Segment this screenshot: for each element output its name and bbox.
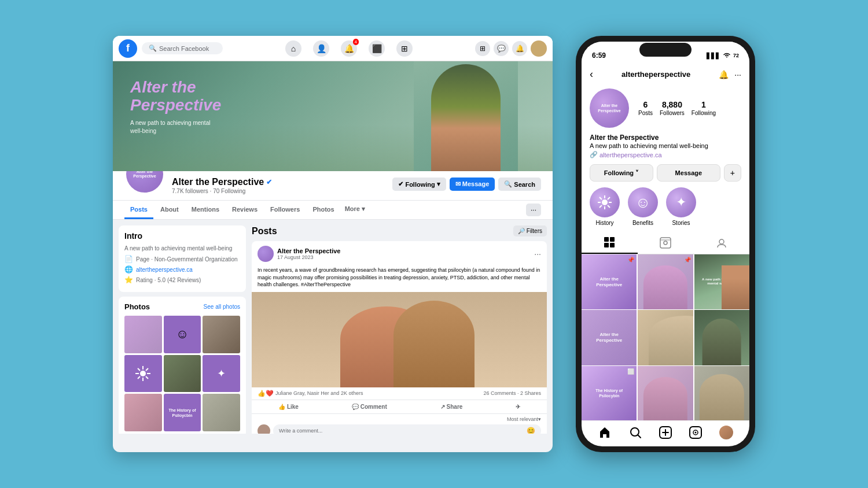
- ig-photo-grid: 📌 Alter thePerspective 📌 A new path to a…: [582, 254, 749, 420]
- notification-bell-icon[interactable]: 🔔: [719, 70, 729, 79]
- photo-cell-4[interactable]: [124, 355, 162, 393]
- ig-nav-search[interactable]: [620, 426, 650, 439]
- search-button[interactable]: 🔍 Search: [498, 178, 541, 191]
- posts-stat: 6 Posts: [638, 100, 653, 116]
- see-all-photos[interactable]: See all photos: [204, 304, 240, 310]
- highlight-stories-label: Stories: [672, 220, 690, 226]
- ig-profile-section: Alter thePerspective 6 Posts 8,880 Follo…: [582, 84, 749, 164]
- ig-highlights: History ☺ Benefits ✦ Stories: [582, 187, 749, 232]
- share-button[interactable]: ↗ Share: [436, 401, 468, 412]
- bell-icon[interactable]: 🔔: [512, 41, 527, 56]
- tab-posts[interactable]: Posts: [124, 201, 153, 219]
- photo-cell-6[interactable]: ✦: [203, 355, 240, 393]
- grid-item-9[interactable]: [694, 366, 749, 420]
- grid-text-1: Alter thePerspective: [584, 273, 634, 290]
- grid-item-7[interactable]: ⬜ The History of Psilocybin: [582, 366, 637, 420]
- ig-profile-avatar: Alter thePerspective: [590, 88, 629, 128]
- ig-message-button[interactable]: Message: [657, 164, 720, 182]
- post-header: Alter the Perspective 17 August 2023 ···: [252, 241, 547, 264]
- reactions-left: 👍 ❤️ Juliane Gray, Nasir Her and 2K othe…: [258, 390, 363, 397]
- photo-cell-5[interactable]: [164, 355, 201, 393]
- highlight-history[interactable]: History: [590, 187, 620, 226]
- menu-nav-icon[interactable]: ⊞: [396, 40, 413, 57]
- comment-sort[interactable]: Most relevant ▾: [258, 416, 541, 422]
- post-more-button[interactable]: ···: [534, 249, 541, 258]
- ig-tab-tagged[interactable]: [693, 232, 749, 254]
- grid-item-6[interactable]: [694, 310, 749, 365]
- intro-title: Intro: [124, 231, 240, 241]
- grid-item-2[interactable]: 📌: [638, 254, 693, 309]
- page-icon: 📄: [124, 255, 133, 263]
- photo-cell-7[interactable]: [124, 394, 162, 431]
- grid-icon[interactable]: ⊞: [475, 41, 490, 56]
- notifications-nav-icon[interactable]: 🔔 4: [341, 40, 357, 57]
- photo-cell-1[interactable]: [124, 316, 162, 353]
- checkmark-icon: ✔: [398, 180, 403, 188]
- ig-nav-reels[interactable]: [681, 426, 711, 439]
- tab-mentions[interactable]: Mentions: [186, 201, 225, 219]
- facebook-sidebar: Intro A new path to achieving mental wel…: [119, 225, 246, 428]
- grid-item-8[interactable]: [638, 366, 693, 420]
- back-button[interactable]: ‹: [590, 68, 593, 80]
- facebook-search[interactable]: 🔍 Search Facebook: [142, 42, 223, 54]
- user-avatar-nav[interactable]: [531, 40, 547, 57]
- ig-following-button[interactable]: Following ˅: [590, 164, 653, 182]
- ig-tab-reels[interactable]: [638, 232, 694, 254]
- ig-add-button[interactable]: +: [724, 164, 741, 182]
- tab-reviews[interactable]: Reviews: [226, 201, 263, 219]
- more-options-icon[interactable]: ···: [734, 70, 741, 79]
- tab-about[interactable]: About: [155, 201, 185, 219]
- post-actions: 👍 Like 💬 Comment ↗ Share ✈: [252, 400, 547, 414]
- tabs-more-button[interactable]: ···: [526, 204, 541, 216]
- ig-tab-grid[interactable]: [582, 232, 638, 254]
- grid-item-4[interactable]: Alter thePerspective: [582, 310, 637, 365]
- messenger-icon[interactable]: 💬: [494, 41, 509, 56]
- ig-nav-home[interactable]: [590, 426, 620, 439]
- home-nav-icon[interactable]: ⌂: [285, 40, 301, 57]
- watch-nav-icon[interactable]: ⬛: [369, 40, 385, 57]
- message-button[interactable]: ✉ Message: [450, 178, 495, 191]
- like-button[interactable]: 👍 Like: [274, 401, 303, 412]
- comment-input[interactable]: Write a comment... 😊: [273, 424, 541, 434]
- friends-nav-icon[interactable]: 👤: [313, 40, 329, 57]
- following-button[interactable]: ✔ Following ▾: [392, 178, 446, 191]
- svg-rect-21: [610, 243, 615, 247]
- post-card: Alter the Perspective 17 August 2023 ···…: [252, 241, 547, 434]
- search-btn-icon: 🔍: [504, 180, 512, 188]
- history-sunburst-icon: [597, 194, 613, 210]
- chevron-down-icon: ▾: [437, 180, 440, 188]
- send-button[interactable]: ✈: [511, 401, 525, 412]
- tab-more[interactable]: More ▾: [341, 201, 369, 219]
- website-link[interactable]: altertheperspective.ca: [136, 267, 193, 273]
- tab-photos[interactable]: Photos: [307, 201, 340, 219]
- photo-cell-3[interactable]: [203, 316, 240, 353]
- photo-cell-8[interactable]: The History of Psiloycbin: [164, 394, 201, 431]
- filters-button[interactable]: 🔎 Filters: [513, 225, 547, 236]
- photo-cell-9[interactable]: [203, 394, 240, 431]
- svg-point-25: [719, 239, 724, 244]
- search-icon: [629, 426, 642, 439]
- message-icon: ✉: [455, 180, 461, 187]
- reels-nav-icon: [689, 426, 702, 439]
- ig-nav-profile[interactable]: [711, 426, 741, 439]
- photo-cell-2[interactable]: ☺: [164, 316, 201, 353]
- ig-nav-create[interactable]: [650, 426, 681, 439]
- grid-item-5[interactable]: [638, 310, 693, 365]
- search-icon: 🔍: [149, 45, 157, 52]
- plus-icon: +: [730, 168, 735, 178]
- grid-item-1[interactable]: 📌 Alter thePerspective: [582, 254, 637, 309]
- facebook-tabs: Posts About Mentions Reviews Followers P…: [113, 201, 553, 220]
- grid-text-4: Alter thePerspective: [584, 330, 634, 346]
- ig-nav-profile-avatar: [719, 426, 733, 439]
- comment-button[interactable]: 💬 Comment: [347, 401, 392, 412]
- grid-item-3[interactable]: A new path to achieving mental well-bein…: [694, 254, 749, 309]
- facebook-profile-row: Alter thePerspective Alter the Perspecti…: [113, 171, 553, 201]
- tab-followers[interactable]: Followers: [264, 201, 306, 219]
- highlight-benefits[interactable]: ☺ Benefits: [628, 187, 658, 226]
- cover-title: Alter the Perspective: [130, 79, 223, 114]
- facebook-nav-right: ⊞ 💬 🔔: [475, 40, 547, 57]
- ig-bio-link[interactable]: 🔗 altertheperspective.ca: [590, 151, 741, 158]
- highlight-stories[interactable]: ✦ Stories: [666, 187, 696, 226]
- highlight-history-label: History: [595, 220, 613, 226]
- post-author-name: Alter the Perspective: [277, 247, 340, 254]
